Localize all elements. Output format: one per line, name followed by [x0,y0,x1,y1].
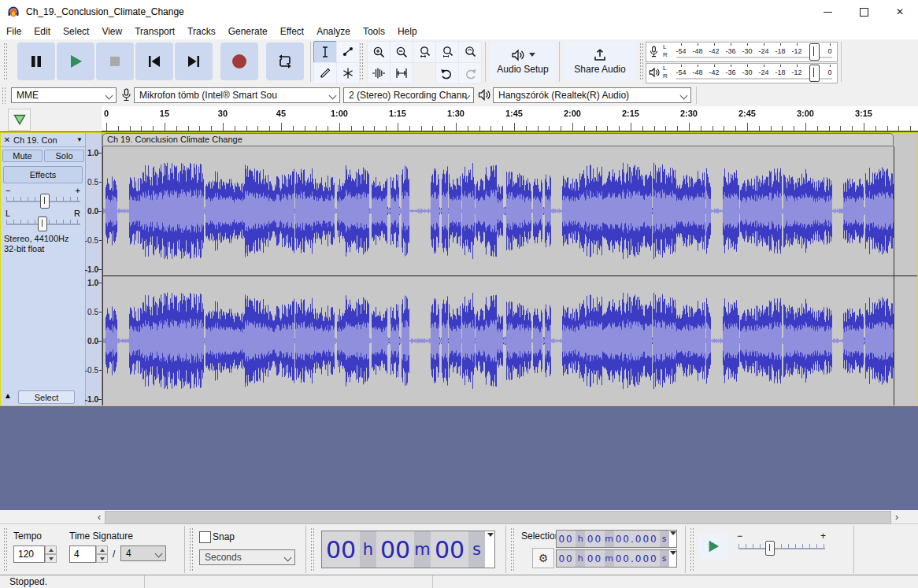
zoom-in-button[interactable] [367,41,391,63]
playback-meter[interactable]: LR-54-48-42-36-30-24-18-12-60 [646,63,838,83]
play-at-speed-button[interactable] [699,534,727,559]
redo-button[interactable] [458,62,482,84]
loop-button[interactable] [266,43,304,80]
audio-position-display[interactable]: 00h00m00s [321,531,495,568]
time-toolbar-grip[interactable] [310,527,316,571]
solo-button[interactable]: Solo [44,150,84,162]
transport-toolbar-grip[interactable] [3,43,9,81]
timesig-spin-buttons[interactable] [96,545,108,563]
meter-toolbar-grip[interactable] [639,43,645,81]
timesig-upper-spinner[interactable]: 4 [69,545,108,563]
track-menu-dropdown[interactable]: ▼ [76,136,83,143]
maximize-button[interactable] [846,0,882,24]
track-close-button[interactable]: ✕ [1,135,13,144]
menu-edit[interactable]: Edit [28,24,57,39]
audio-setup-button[interactable]: Audio Setup [490,42,556,81]
selection-settings-button[interactable]: ⚙ [532,548,554,568]
menu-generate[interactable]: Generate [222,24,274,39]
menu-view[interactable]: View [95,24,128,39]
pause-button[interactable] [17,43,55,80]
mute-button[interactable]: Mute [2,150,43,162]
draw-tool-button[interactable] [313,62,337,84]
skip-to-start-button[interactable] [135,43,173,80]
play-at-speed-grip[interactable] [690,527,695,571]
menu-tracks[interactable]: Tracks [181,24,222,39]
zoom-selection-button[interactable] [413,41,436,63]
fit-project-button[interactable] [435,41,459,63]
timeline-options-button[interactable] [8,109,31,131]
menu-effect[interactable]: Effect [274,24,310,39]
time-digit-group[interactable]: 00 [431,531,468,568]
track-name[interactable]: Ch 19. Con [13,135,76,145]
selection-digit-group[interactable]: 00.000 [614,550,660,567]
selection-format-dropdown[interactable] [669,550,676,567]
time-digit-group[interactable]: 00 [322,531,360,568]
share-audio-button[interactable]: Share Audio [564,42,636,81]
time-digit-group[interactable]: 00 [376,531,414,568]
menu-analyze[interactable]: Analyze [310,24,357,39]
skip-to-end-button[interactable] [175,43,213,80]
pan-slider-thumb[interactable] [38,216,47,231]
menu-file[interactable]: File [0,24,28,39]
waveform-canvas[interactable] [102,146,917,405]
play-speed-slider[interactable] [738,548,825,549]
vertical-scale-ruler[interactable]: 1.00.50.0-0.5-1.01.00.50.0-0.5-1.0 [86,133,102,405]
envelope-tool-button[interactable] [336,41,360,63]
selection-digit-group[interactable]: 00 [557,531,576,547]
close-button[interactable]: ✕ [882,0,918,24]
play-button[interactable] [57,43,94,80]
meter-slider-thumb[interactable] [809,65,820,82]
time-signature-toolbar-grip[interactable] [3,527,9,571]
multi-tool-button[interactable] [336,62,360,84]
selection-digit-group[interactable]: 00.000 [614,531,660,547]
menu-help[interactable]: Help [391,24,424,39]
zoom-out-button[interactable] [390,41,413,63]
track-collapse-button[interactable]: ▲ [4,391,12,400]
minimize-button[interactable] [809,0,846,24]
audio-host-select[interactable]: MME [11,87,117,103]
selection-end-field[interactable]: 00h00m00.000s [556,549,677,568]
tempo-spinner[interactable]: 120 [13,545,57,563]
scroll-right-icon[interactable]: › [891,510,902,523]
track-select-button[interactable]: Select [18,390,75,404]
tempo-value[interactable]: 120 [13,545,45,563]
menu-transport[interactable]: Transport [128,24,181,39]
recording-channels-select[interactable]: 2 (Stereo) Recording Chann [343,87,474,103]
edit-toolbar-grip[interactable] [359,43,365,81]
play-speed-thumb[interactable] [765,541,775,556]
gain-slider-thumb[interactable] [40,194,50,209]
scrollbar-thumb[interactable] [105,511,891,524]
scroll-left-icon[interactable]: ‹ [94,510,105,523]
menu-tools[interactable]: Tools [357,24,391,39]
selection-start-field[interactable]: 00h00m00.000s [556,530,677,548]
record-button[interactable] [220,43,258,80]
selection-digit-group[interactable]: 00 [557,550,576,567]
timeline-ruler[interactable]: 01530451:001:151:301:452:002:152:302:453… [102,106,918,131]
timesig-lower-select[interactable]: 4 [120,545,166,561]
selection-digit-group[interactable]: 00 [585,531,604,547]
device-toolbar-grip[interactable] [2,87,7,104]
recording-device-select[interactable]: Mikrofon tömb (Intel® Smart Sou [134,87,340,103]
clip-title-bar[interactable]: Ch 19. Conclusion Climate Change [102,133,894,146]
timesig-upper-value[interactable]: 4 [69,545,96,563]
zoom-toggle-button[interactable] [458,41,482,63]
stop-button[interactable] [96,43,134,80]
selection-digit-group[interactable]: 00 [585,550,604,567]
selection-toolbar-grip[interactable] [510,527,516,571]
playback-device-select[interactable]: Hangszórók (Realtek(R) Audio) [493,87,691,103]
snap-toolbar-grip[interactable] [189,527,194,571]
tempo-spin-buttons[interactable] [45,545,57,563]
snap-checkbox[interactable] [199,531,211,543]
snap-mode-select[interactable]: Seconds [199,549,295,565]
undo-button[interactable] [435,62,459,84]
track-waveform-area[interactable]: Ch 19. Conclusion Climate Change [102,133,917,405]
selection-format-dropdown[interactable] [669,531,676,547]
menu-select[interactable]: Select [57,24,95,39]
time-format-dropdown[interactable] [485,531,494,568]
effects-button[interactable]: Effects [3,166,83,183]
recording-meter[interactable]: LR-54-48-42-36-30-24-18-12-60 [646,42,838,62]
silence-audio-button[interactable] [390,62,413,84]
trim-audio-button[interactable] [367,62,391,84]
horizontal-scrollbar[interactable]: ‹ › [0,510,918,524]
selection-tool-button[interactable] [313,41,337,63]
